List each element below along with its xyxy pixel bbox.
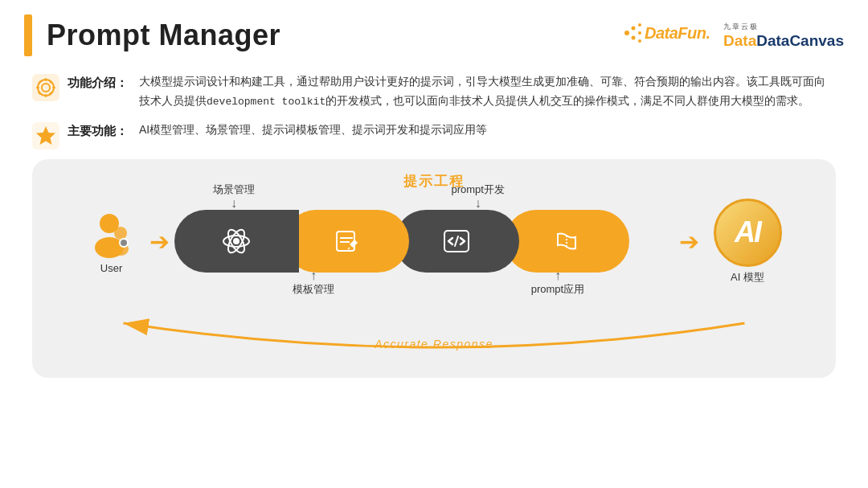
ai-text: AI [735,215,760,249]
label-moban: ↑ 模板管理 [293,269,334,297]
arrow-pipeline-to-ai: ➔ [679,228,699,256]
feature-icon [32,74,59,101]
edit-icon [332,227,361,256]
main-feature-label: 主要功能： [68,124,128,139]
datacanvas-logo: 九章云极 DataDataCanvas [723,22,844,50]
content-area: 功能介绍： 大模型提示词设计和构建工具，通过帮助用户设计更好的提示词，引导大模型… [0,64,868,378]
code-icon [442,227,471,256]
feature-intro-text: 大模型提示词设计和构建工具，通过帮助用户设计更好的提示词，引导大模型生成更加准确… [139,72,836,111]
pipeline-wrapper: 场景管理 ↓ prompt开发 ↓ [174,210,673,273]
svg-point-22 [114,227,127,240]
svg-point-4 [638,31,641,35]
ai-model-label: AI 模型 [731,270,764,285]
star-icon [32,122,59,150]
header: Prompt Manager DataFun. 九章云极 DataDataCan… [0,0,868,64]
datafun-logo: DataFun. [622,20,710,51]
logos-area: DataFun. 九章云极 DataDataCanvas [622,20,844,51]
prompt-dev-label-text: prompt开发 [451,182,504,197]
diagram-inner: User ➔ 场景管理 ↓ prompt开发 ↓ [56,199,812,285]
page-title: Prompt Manager [47,18,280,52]
svg-point-1 [632,27,636,31]
apply-icon [551,226,582,256]
label-prompt-dev: prompt开发 ↓ [451,182,504,210]
accurate-response-area: Accurate Response [56,315,812,362]
moban-label-text: 模板管理 [293,282,334,297]
segment-template [285,210,409,273]
ai-circle: AI [714,199,782,267]
user-label: User [100,262,122,274]
svg-point-2 [632,36,636,40]
svg-text:DataFun.: DataFun. [645,24,710,42]
accurate-response-label: Accurate Response [56,338,812,351]
segment-prompt-app [505,210,629,273]
svg-point-5 [638,39,641,43]
feature-intro-label: 功能介绍： [68,76,128,91]
ai-model-block: AI AI 模型 [714,199,782,285]
label-prompt-app: ↑ prompt应用 [531,269,584,297]
svg-point-3 [638,23,641,27]
datacanvas-sub: 九章云极 [723,22,759,32]
main-feature-row: 主要功能： AI模型管理、场景管理、提示词模板管理、提示词开发和提示词应用等 [32,121,836,150]
feature-intro-row: 功能介绍： 大模型提示词设计和构建工具，通过帮助用户设计更好的提示词，引导大模型… [32,72,836,111]
orange-accent-bar [24,14,32,56]
svg-point-0 [624,31,629,35]
prompt-app-label-text: prompt应用 [531,282,584,297]
datacanvas-brand: DataDataCanvas [723,32,844,50]
svg-rect-12 [36,87,39,88]
svg-point-25 [233,238,240,244]
atom-icon [221,226,252,256]
diagram-title: 提示工程 [56,172,812,191]
arrow-user-to-pipeline: ➔ [149,228,170,256]
svg-point-24 [120,239,128,247]
scene-label-text: 场景管理 [213,182,255,197]
user-icon [87,209,137,259]
user-block: User [87,209,137,274]
svg-rect-11 [45,94,47,97]
main-feature-text: AI模型管理、场景管理、提示词模板管理、提示词开发和提示词应用等 [139,121,487,140]
svg-rect-13 [52,87,55,88]
svg-rect-10 [45,78,47,81]
segment-scene [174,210,299,273]
segment-prompt-dev [395,210,519,273]
label-scene-management: 场景管理 ↓ [213,182,255,210]
pipeline-track [174,210,673,273]
datacanvas-brand-text: DataCanvas [756,32,844,49]
diagram-container: 提示工程 User ➔ [32,159,836,378]
